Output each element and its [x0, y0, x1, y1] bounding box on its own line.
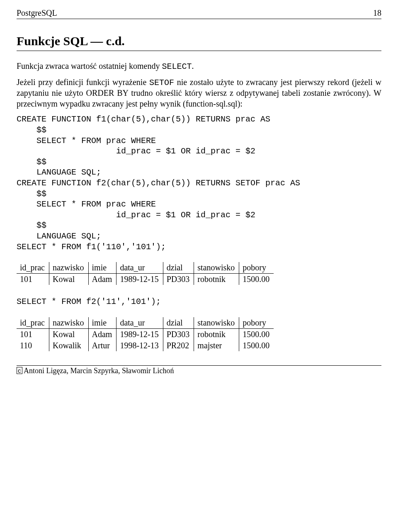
table-cell: PD303 [163, 328, 194, 340]
table-cell: Adam [88, 328, 116, 340]
table-header-cell: data_ur [116, 262, 163, 274]
paragraph-2-code: SETOF [149, 78, 174, 87]
table-header-cell: imie [88, 317, 116, 329]
code-block-1: CREATE FUNCTION f1(char(5),char(5)) RETU… [17, 114, 381, 252]
table-cell: 101 [17, 328, 49, 340]
table-header-cell: stanowisko [194, 317, 239, 329]
paragraph-2-text: Jeżeli przy definicji funkcji wyrażenie [17, 78, 149, 87]
table-header-cell: nazwisko [49, 262, 88, 274]
table-cell: 1989-12-15 [116, 274, 163, 285]
table-cell: 1500.00 [239, 328, 274, 340]
table-cell: robotnik [194, 328, 239, 340]
paragraph-1-tail: . [192, 61, 194, 70]
paragraph-1-text: Funkcja zwraca wartość ostatniej komendy [17, 61, 162, 70]
table-header-cell: dzial [163, 317, 194, 329]
table-cell: Artur [88, 340, 116, 351]
title-rule [17, 51, 381, 51]
table-header-cell: imie [88, 262, 116, 274]
table-header-cell: stanowisko [194, 262, 239, 274]
table-cell: Kowal [49, 328, 88, 340]
table-header-cell: pobory [239, 262, 274, 274]
paragraph-1: Funkcja zwraca wartość ostatniej komendy… [17, 61, 381, 72]
table-header-cell: nazwisko [49, 317, 88, 329]
result-table-2: id_prac nazwisko imie data_ur dzial stan… [17, 317, 274, 351]
code-block-2: SELECT * FROM f2('11','101'); [17, 296, 381, 307]
table-header-cell: id_prac [17, 262, 49, 274]
table-cell: Kowalik [49, 340, 88, 351]
section-title: Funkcje SQL — c.d. [17, 34, 381, 48]
table-cell: robotnik [194, 274, 239, 285]
table-cell: 1500.00 [239, 274, 274, 285]
table-cell: 101 [17, 274, 49, 285]
table-header-row: id_prac nazwisko imie data_ur dzial stan… [17, 317, 274, 329]
table-cell: 1998-12-13 [116, 340, 163, 351]
page-footer: c Antoni Ligęza, Marcin Szpyrka, Sławomi… [17, 367, 381, 375]
table-cell: Kowal [49, 274, 88, 285]
table-cell: Adam [88, 274, 116, 285]
header-rule [17, 19, 381, 19]
table-cell: majster [194, 340, 239, 351]
table-cell: 1500.00 [239, 340, 274, 351]
footer-rule [17, 365, 381, 366]
table-row: 101 Kowal Adam 1989-12-15 PD303 robotnik… [17, 328, 274, 340]
table-header-cell: pobory [239, 317, 274, 329]
table-header-cell: dzial [163, 262, 194, 274]
header-right: 18 [373, 8, 381, 18]
table-header-cell: data_ur [116, 317, 163, 329]
table-cell: 110 [17, 340, 49, 351]
table-row: 110 Kowalik Artur 1998-12-13 PR202 majst… [17, 340, 274, 351]
table-cell: 1989-12-15 [116, 328, 163, 340]
table-header-row: id_prac nazwisko imie data_ur dzial stan… [17, 262, 274, 274]
page-header: PostgreSQL 18 [17, 8, 381, 18]
paragraph-1-code: SELECT [162, 62, 192, 71]
table-header-cell: id_prac [17, 317, 49, 329]
header-left: PostgreSQL [17, 8, 57, 18]
page: PostgreSQL 18 Funkcje SQL — c.d. Funkcja… [0, 0, 398, 532]
copyright-symbol: c [17, 367, 22, 374]
table-row: 101 Kowal Adam 1989-12-15 PD303 robotnik… [17, 274, 274, 285]
table-cell: PD303 [163, 274, 194, 285]
paragraph-2: Jeżeli przy definicji funkcji wyrażenie … [17, 77, 381, 109]
table-cell: PR202 [163, 340, 194, 351]
footer-authors: Antoni Ligęza, Marcin Szpyrka, Sławomir … [24, 367, 174, 375]
result-table-1: id_prac nazwisko imie data_ur dzial stan… [17, 262, 274, 285]
